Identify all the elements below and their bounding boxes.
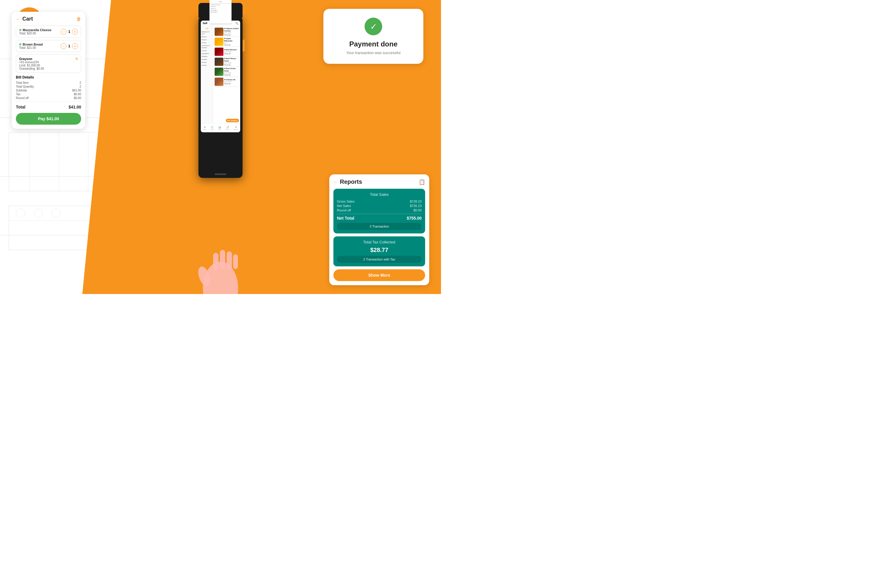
sell-bottom-nav: ⊞ Tables 🛒 Sell 📊 Sales 📝	[201, 123, 240, 132]
show-more-button[interactable]: Show More	[333, 269, 425, 281]
item-1-qty: 1	[68, 30, 70, 34]
nav-sell-icon: 🛒	[211, 126, 214, 129]
cat-combo[interactable]: Combo	[201, 41, 212, 44]
total-sales-card: Total Sales Gross Sales $728.23 Net Sale…	[333, 189, 425, 233]
item-3-sell-name: ★ Beef Biriyani	[224, 49, 239, 51]
cart-item-2: Brown Bread Total: $21.00 − 1 +	[16, 40, 81, 52]
cat-burgers[interactable]: Burgers	[201, 38, 212, 41]
home-indicator	[214, 174, 226, 175]
item-2-sell-price: ₹100.00	[224, 44, 239, 46]
nav-sales-label: Sales	[218, 129, 221, 130]
nav-sales-icon: 📊	[218, 126, 221, 129]
cat-fried-rice[interactable]: Fried Rice & Noodles	[201, 44, 212, 49]
item-5-sell-name: ★ Beef Sirloin Steak	[224, 68, 239, 72]
cat-noodles[interactable]: Noodles	[201, 58, 212, 61]
cart-panel: ← Cart 🗑 Mozzarella Cheese Total: $20.00…	[12, 12, 85, 129]
tax-transaction-count: 2 Transaction with Tax	[337, 256, 422, 263]
net-total-row: Net Total $755.00	[337, 214, 422, 220]
nav-orders[interactable]: 📝 Orders	[226, 126, 230, 130]
roundoff-row: Round off $0.00	[337, 208, 422, 212]
item-1-decrease-btn[interactable]: −	[61, 29, 66, 35]
cat-ingredients[interactable]: Ingredients	[201, 52, 212, 55]
success-circle: ✓	[364, 18, 382, 35]
roundoff-label: Round off	[337, 208, 351, 212]
svg-rect-33	[233, 254, 238, 269]
device-orange-button	[243, 40, 245, 51]
item-6-sell-name: ★ Chicken 65	[224, 79, 239, 81]
cart-header: ← Cart 🗑	[16, 16, 81, 22]
net-sales-label: Net Sales	[337, 204, 351, 208]
sell-item-2[interactable]: ★ Apple Milkshake SKU: 7 ₹100.00	[214, 37, 239, 46]
cat-all[interactable]: All	[201, 27, 212, 30]
cat-modifiers[interactable]: Modifiers	[201, 55, 212, 58]
payment-subtitle: Your transaction was successful	[329, 51, 417, 55]
cart-item-1: Mozzarella Cheese Total: $20.00 − 1 +	[16, 26, 81, 38]
checkmark-icon: ✓	[370, 22, 377, 32]
item-1-sell-name: ★ Afghani Grilled Chicken	[224, 28, 239, 32]
item-2-info: Brown Bread Total: $21.00	[19, 43, 61, 50]
reports-back-arrow[interactable]: ←	[333, 179, 338, 184]
pay-button[interactable]: Pay $41.00	[16, 113, 81, 124]
device-home-area	[198, 174, 243, 175]
main-container: ← Cart 🗑 Mozzarella Cheese Total: $20.00…	[0, 0, 441, 294]
sell-item-1[interactable]: ★ Afghani Grilled Chicken SKU: A812 ₹230…	[214, 27, 239, 36]
item-1-sell-price: ₹230.00	[224, 34, 239, 36]
sell-item-3[interactable]: ★ Beef Biriyani SKU: A509 ₹195.00	[214, 47, 239, 57]
item-2-image	[214, 38, 224, 46]
cart-title: ← Cart	[16, 16, 33, 22]
bill-row-subtotal: Subtotal $41.00	[16, 89, 81, 92]
item-6-image	[214, 78, 224, 86]
nav-orders-icon: 📝	[226, 126, 229, 129]
item-1-increase-btn[interactable]: +	[72, 29, 78, 35]
payment-panel: ✓ Payment done Your transaction was succ…	[323, 9, 423, 64]
back-arrow-icon[interactable]: ←	[16, 16, 21, 22]
item-3-details: ★ Beef Biriyani SKU: A509 ₹195.00	[224, 49, 239, 55]
customer-phone: +91-xxxxxx234	[19, 61, 78, 64]
sell-title: Sell	[202, 22, 207, 25]
cat-shakes[interactable]: Shakes	[201, 61, 212, 64]
reports-icon: 📋	[418, 179, 425, 185]
item-1-qty-control: − 1 +	[61, 29, 78, 35]
net-total-label: Net Total	[337, 216, 354, 220]
bill-row-roundoff: Round off $0.00	[16, 96, 81, 100]
item-2-price: Total: $21.00	[19, 46, 61, 50]
tax-card: Total Tax Collected $28.77 2 Transaction…	[333, 236, 425, 266]
item-1-price: Total: $20.00	[19, 32, 61, 35]
tax-amount: $28.77	[337, 247, 422, 254]
bill-title: Bill Details	[16, 75, 81, 80]
gross-sales-label: Gross Sales	[337, 200, 355, 203]
sell-item-5[interactable]: ★ Beef Sirloin Steak SKU: A835 ₹230.00	[214, 67, 239, 76]
nav-tables-label: Tables	[203, 129, 207, 130]
trash-icon[interactable]: 🗑	[76, 16, 81, 22]
tax-card-title: Total Tax Collected	[337, 240, 422, 244]
cat-barbeque[interactable]: Barbeque & Grill	[201, 30, 212, 35]
item-2-decrease-btn[interactable]: −	[61, 43, 66, 49]
cat-grocery[interactable]: Grocery	[201, 49, 212, 52]
sell-item-4[interactable]: ★ Beef Ribeye Steak SKU: A829 ₹230.00	[214, 57, 239, 66]
item-2-sell-name: ★ Apple Milkshake	[224, 38, 239, 42]
reports-header: ← Reports 📋	[333, 178, 425, 185]
bill-section: Bill Details Total Item 2 Total Quantity…	[16, 75, 81, 110]
nav-manage[interactable]: ⚙ Manage	[234, 126, 238, 130]
sell-item-6[interactable]: ★ Chicken 65 SKU: A512 ₹200.00	[214, 77, 239, 86]
item-4-details: ★ Beef Ribeye Steak SKU: A829 ₹230.00	[224, 58, 239, 66]
cat-starters[interactable]: Starters	[201, 64, 212, 67]
nav-sales[interactable]: 📊 Sales	[218, 126, 221, 130]
customer-outstanding: Outstanding: $0.00	[19, 67, 78, 70]
item-2-dot	[19, 43, 21, 46]
nav-tables[interactable]: ⊞ Tables	[203, 126, 207, 130]
nav-sell[interactable]: 🛒 Sell	[211, 126, 214, 130]
sell-content: All Barbeque & Grill Biriyani Burgers Co…	[201, 26, 240, 123]
item-2-increase-btn[interactable]: +	[72, 43, 78, 49]
item-6-details: ★ Chicken 65 SKU: A512 ₹200.00	[224, 79, 239, 85]
customer-name: Grayson	[19, 57, 78, 61]
reports-title-text: Reports	[340, 178, 362, 185]
gross-sales-value: $728.23	[410, 200, 422, 203]
cat-biriyani[interactable]: Biriyani	[201, 35, 212, 38]
item-1-dot	[19, 29, 21, 31]
search-icon[interactable]: 🔍	[235, 22, 238, 25]
bill-row-tax: Tax $0.00	[16, 93, 81, 96]
price-category-btn[interactable]: Price Category	[226, 119, 239, 122]
item-1-image	[214, 28, 224, 36]
customer-close-btn[interactable]: ✕	[75, 57, 78, 61]
